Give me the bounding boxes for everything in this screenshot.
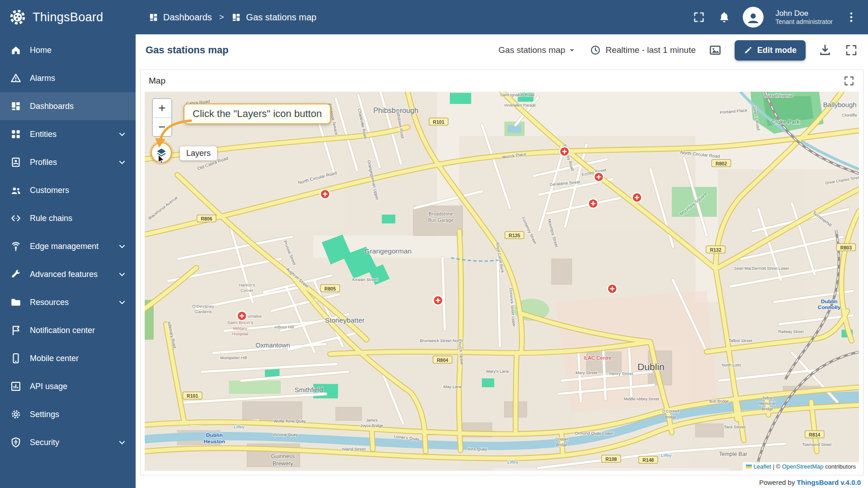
map-label: Butt Bridge — [709, 399, 729, 404]
dashboard-image-button[interactable] — [708, 43, 722, 57]
map-label: Bus Garage — [428, 218, 453, 223]
chevron-down-icon — [117, 269, 127, 280]
widget-fullscreen-button[interactable] — [843, 75, 855, 87]
map-label: Saint Ignatius Road — [500, 93, 534, 97]
gas-station-marker[interactable] — [608, 284, 617, 294]
sidebar-item-alarms[interactable]: Alarms — [0, 64, 136, 92]
bell-icon — [718, 11, 731, 23]
sidebar-item-label: Customers — [30, 186, 69, 195]
fullscreen-icon — [843, 75, 855, 87]
breadcrumb: Dashboards > Gas stations map — [148, 12, 316, 23]
map-label: Broadstone — [429, 211, 453, 216]
map-label: Innisfallen Parade — [505, 103, 536, 108]
map-label: Island Street — [342, 447, 366, 451]
thingsboard-logo[interactable]: ThingsBoard — [8, 8, 136, 27]
user-name: John Doe — [775, 9, 833, 18]
gas-station-marker[interactable] — [433, 296, 443, 305]
export-dashboard-button[interactable] — [818, 43, 832, 57]
sidebar-item-settings[interactable]: Settings — [0, 400, 136, 428]
chevron-down-icon — [117, 241, 127, 252]
sidebar-item-home[interactable]: Home — [0, 36, 136, 64]
sidebar-item-label: API usage — [30, 382, 67, 391]
svg-text:R132: R132 — [710, 248, 721, 253]
sidebar-item-entities[interactable]: Entities — [0, 120, 136, 148]
sidebar-item-advanced-features[interactable]: Advanced features — [0, 260, 136, 288]
map-label: Smithfield — [295, 386, 323, 394]
user-avatar[interactable] — [743, 7, 764, 28]
sidebar-item-dashboards[interactable]: Dashboards — [0, 92, 136, 120]
gas-station-marker[interactable] — [237, 311, 246, 321]
more-menu-button[interactable] — [844, 10, 858, 24]
sidebar-item-api-usage[interactable]: API usage — [0, 372, 136, 400]
svg-text:R814: R814 — [809, 432, 820, 437]
home-icon — [10, 44, 22, 56]
zoom-in-button[interactable]: + — [153, 99, 171, 117]
route-badge: R804 — [433, 356, 452, 363]
sidebar-item-security[interactable]: Security — [0, 428, 136, 456]
edit-mode-button[interactable]: Edit mode — [735, 40, 806, 61]
map-label: Middle Abbey Street — [624, 397, 659, 402]
map-label: Hospital — [232, 331, 248, 336]
dashboard-fullscreen-button[interactable] — [844, 43, 858, 57]
sidebar-item-label: Notification center — [30, 326, 95, 335]
dashboard-toolbar: Gas stations map Gas stations map Realti… — [136, 34, 868, 66]
map-label: Tara Street — [724, 424, 746, 429]
sidebar-item-label: Alarms — [30, 74, 55, 83]
map-label: Sean MacDermott Street Lower — [734, 266, 789, 271]
sidebar-item-edge-management[interactable]: Edge management — [0, 232, 136, 260]
entities-icon — [10, 128, 22, 140]
breadcrumb-current[interactable]: Gas stations map — [231, 12, 316, 23]
gas-station-marker[interactable] — [320, 189, 330, 199]
image-icon — [708, 43, 722, 57]
sidebar-item-resources[interactable]: Resources — [0, 288, 136, 316]
thingsboard-version-link[interactable]: ThingsBoard v.4.0.0 — [797, 479, 861, 486]
layers-button[interactable] — [151, 142, 172, 163]
map-label: Montpelier Hill — [220, 356, 247, 360]
notifications-button[interactable] — [717, 10, 731, 24]
map-label: Dublin — [637, 361, 665, 372]
sidebar-item-customers[interactable]: Customers — [0, 176, 136, 204]
svg-text:R804: R804 — [437, 358, 448, 363]
svg-text:R101: R101 — [433, 120, 444, 125]
map-label: Grangegorman — [364, 247, 411, 255]
gas-station-marker[interactable] — [632, 193, 642, 202]
leaflet-map[interactable]: PhibsboroughGrangegormanStoneybatterOxma… — [145, 92, 859, 471]
customers-icon — [10, 184, 22, 196]
leaflet-link[interactable]: Leaflet — [754, 463, 771, 470]
map-label: May Lane — [443, 385, 462, 389]
chevron-down-icon — [117, 297, 127, 308]
map-label: Russell Avenue — [764, 94, 793, 98]
map-widget: Map — [140, 70, 863, 475]
thingsboard-gear-icon — [8, 8, 27, 27]
chevron-down-icon — [117, 129, 127, 140]
settings-icon — [10, 408, 22, 420]
advanced-icon — [10, 268, 22, 280]
fullscreen-button[interactable] — [692, 10, 706, 24]
sidebar-item-label: Security — [30, 438, 59, 447]
security-icon — [10, 436, 22, 448]
top-header: ThingsBoard Dashboards > Gas stations ma… — [0, 0, 868, 34]
sidebar-item-notification-center[interactable]: Notification center — [0, 316, 136, 344]
gas-station-marker[interactable] — [588, 199, 598, 208]
dashboard-state-select[interactable]: Gas stations map — [499, 45, 577, 55]
chevron-down-icon — [117, 157, 127, 168]
route-badge: R101 — [183, 392, 202, 399]
osm-link[interactable]: OpenStreetMap — [782, 463, 824, 470]
person-icon — [745, 10, 761, 26]
breadcrumb-dashboards[interactable]: Dashboards — [148, 12, 212, 23]
map-label: Saint Bricin's — [227, 320, 253, 325]
sidebar-item-label: Entities — [30, 130, 57, 139]
map-label: Brewery — [273, 460, 293, 467]
timewindow-button[interactable]: Realtime - last 1 minute — [590, 44, 696, 56]
sidebar-item-rule-chains[interactable]: Rule chains — [0, 204, 136, 232]
map-label: Joyce Bridge — [360, 423, 383, 428]
zoom-out-button[interactable]: − — [153, 117, 171, 136]
sidebar-item-profiles[interactable]: Profiles — [0, 148, 136, 176]
map-canvas: PhibsboroughGrangegormanStoneybatterOxma… — [145, 92, 859, 471]
svg-text:R805: R805 — [325, 286, 336, 291]
gas-station-marker[interactable] — [594, 172, 604, 182]
dashboards-icon — [231, 12, 241, 23]
sidebar-item-label: Edge management — [30, 242, 99, 251]
gas-station-marker[interactable] — [560, 147, 569, 156]
sidebar-item-mobile-center[interactable]: Mobile center — [0, 344, 136, 372]
